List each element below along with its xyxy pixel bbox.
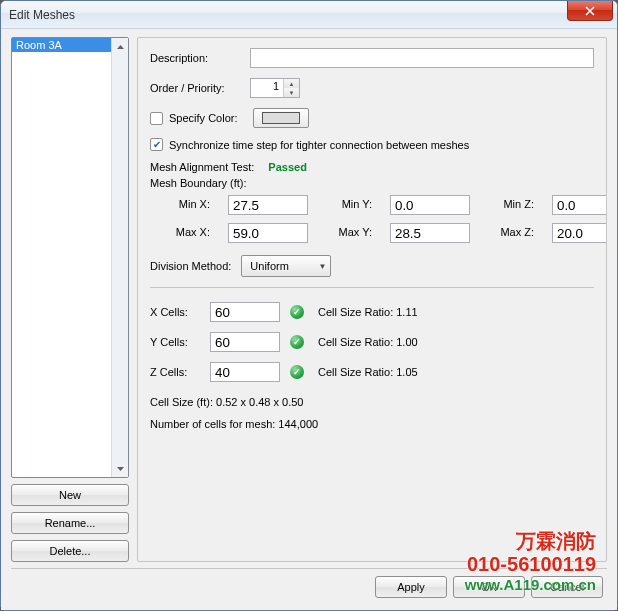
minx-input[interactable] [228,195,308,215]
miny-label: Min Y: [326,195,372,215]
apply-button[interactable]: Apply [375,576,447,598]
boundary-label: Mesh Boundary (ft): [150,177,594,189]
scroll-up-icon[interactable] [112,38,128,55]
specify-color-label: Specify Color: [169,112,247,124]
content-area: Room 3A New Rename... Delete... [1,29,617,610]
division-value: Uniform [250,260,289,272]
cells-grid: X Cells: ✓ Cell Size Ratio: 1.11 Y Cells… [150,302,594,382]
chevron-down-icon: ▼ [318,262,326,271]
left-column: Room 3A New Rename... Delete... [11,37,129,562]
spinner-up-icon[interactable]: ▲ [284,79,299,88]
window-title: Edit Meshes [9,8,75,22]
minx-label: Min X: [164,195,210,215]
edit-meshes-window: Edit Meshes Room 3A [0,0,618,611]
new-button[interactable]: New [11,484,129,506]
color-swatch[interactable] [253,108,309,128]
zratio-label: Cell Size Ratio: 1.05 [318,366,594,378]
order-spinner[interactable]: 1 ▲ ▼ [250,78,300,98]
cancel-button[interactable]: Cancel [531,576,603,598]
description-input[interactable] [250,48,594,68]
close-icon [585,6,595,16]
footer: Apply OK Cancel [11,568,607,604]
titlebar[interactable]: Edit Meshes [1,1,617,29]
description-label: Description: [150,52,242,64]
check-ok-icon: ✓ [290,305,304,319]
order-value: 1 [251,79,283,97]
maxy-input[interactable] [390,223,470,243]
sync-label: Synchronize time step for tighter connec… [169,139,469,151]
xcells-input[interactable] [210,302,280,322]
xcells-label: X Cells: [150,306,200,318]
check-ok-icon: ✓ [290,335,304,349]
division-combo[interactable]: Uniform ▼ [241,255,331,277]
cell-size-label: Cell Size (ft): 0.52 x 0.48 x 0.50 [150,396,594,408]
check-ok-icon: ✓ [290,365,304,379]
zcells-label: Z Cells: [150,366,200,378]
alignment-result: Passed [268,161,307,173]
xratio-label: Cell Size Ratio: 1.11 [318,306,594,318]
order-label: Order / Priority: [150,82,242,94]
sync-checkbox[interactable]: ✔ [150,138,163,151]
maxx-label: Max X: [164,223,210,243]
cell-count-label: Number of cells for mesh: 144,000 [150,418,594,430]
scrollbar[interactable] [111,38,128,477]
list-item[interactable]: Room 3A [12,38,111,52]
maxz-label: Max Z: [488,223,534,243]
specify-color-checkbox[interactable] [150,112,163,125]
scroll-down-icon[interactable] [112,460,128,477]
yratio-label: Cell Size Ratio: 1.00 [318,336,594,348]
maxy-label: Max Y: [326,223,372,243]
ycells-input[interactable] [210,332,280,352]
alignment-label: Mesh Alignment Test: [150,161,254,173]
maxz-input[interactable] [552,223,607,243]
main-columns: Room 3A New Rename... Delete... [11,37,607,562]
minz-input[interactable] [552,195,607,215]
color-preview [262,112,300,124]
ok-button[interactable]: OK [453,576,525,598]
mesh-list[interactable]: Room 3A [11,37,129,478]
rename-button[interactable]: Rename... [11,512,129,534]
divider [150,287,594,288]
boundary-grid: Min X: Min Y: Min Z: Max X: Max Y: Max Z… [164,195,594,243]
delete-button[interactable]: Delete... [11,540,129,562]
close-button[interactable] [567,1,613,21]
zcells-input[interactable] [210,362,280,382]
division-label: Division Method: [150,260,231,272]
maxx-input[interactable] [228,223,308,243]
ycells-label: Y Cells: [150,336,200,348]
spinner-down-icon[interactable]: ▼ [284,88,299,97]
minz-label: Min Z: [488,195,534,215]
miny-input[interactable] [390,195,470,215]
properties-panel: Description: Order / Priority: 1 ▲ ▼ [137,37,607,562]
